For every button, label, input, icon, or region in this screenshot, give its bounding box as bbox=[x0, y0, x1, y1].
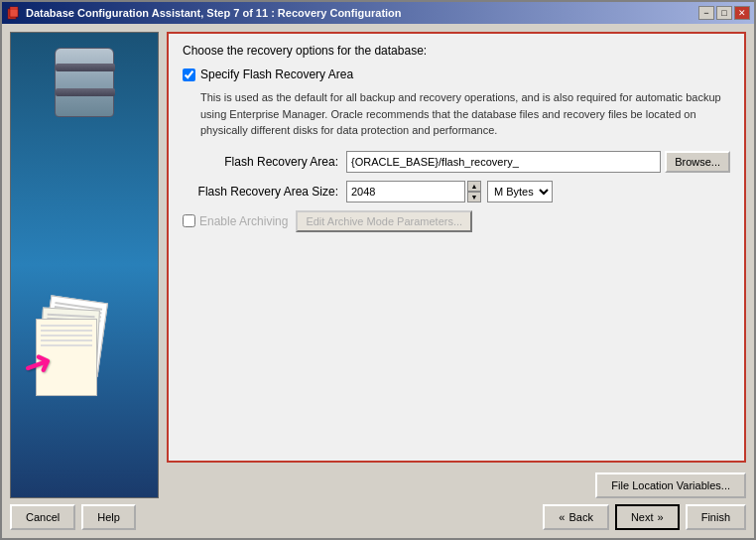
flash-recovery-size-row: Flash Recovery Area Size: ▲ ▼ M Bytes G … bbox=[183, 181, 730, 202]
file-location-variables-button[interactable]: File Location Variables... bbox=[595, 472, 746, 498]
barrel-illustration bbox=[55, 48, 114, 127]
main-area: ➜ Choose the recovery options for the da… bbox=[10, 32, 746, 498]
browse-button[interactable]: Browse... bbox=[665, 151, 730, 173]
next-arrow-icon: » bbox=[658, 511, 664, 523]
specify-flash-row: Specify Flash Recovery Area bbox=[183, 68, 730, 81]
sidebar-art: ➜ bbox=[10, 32, 159, 498]
minimize-button[interactable]: − bbox=[698, 6, 714, 20]
next-label: Next bbox=[631, 511, 654, 523]
archive-checkbox-group: Enable Archiving bbox=[183, 214, 288, 228]
flash-recovery-size-label: Flash Recovery Area Size: bbox=[183, 185, 346, 199]
next-button[interactable]: Next » bbox=[615, 504, 680, 530]
spinner-up[interactable]: ▲ bbox=[467, 181, 481, 192]
flash-recovery-size-input[interactable] bbox=[346, 181, 465, 202]
size-input-group: ▲ ▼ M Bytes G Bytes bbox=[346, 181, 553, 202]
right-panel: Choose the recovery options for the data… bbox=[167, 32, 746, 498]
back-arrow-icon: « bbox=[559, 511, 565, 523]
window-title: Database Configuration Assistant, Step 7… bbox=[26, 7, 698, 19]
spinner-down[interactable]: ▼ bbox=[467, 192, 481, 202]
maximize-button[interactable]: □ bbox=[716, 6, 732, 20]
specify-flash-label[interactable]: Specify Flash Recovery Area bbox=[200, 68, 353, 81]
sidebar-illustration: ➜ bbox=[11, 33, 158, 497]
window-controls: − □ ✕ bbox=[698, 6, 750, 20]
help-button[interactable]: Help bbox=[81, 504, 136, 530]
cancel-button[interactable]: Cancel bbox=[10, 504, 75, 530]
description-text: This is used as the default for all back… bbox=[200, 89, 730, 139]
window-icon bbox=[6, 5, 22, 21]
specify-flash-checkbox[interactable] bbox=[183, 68, 195, 81]
enable-archiving-label[interactable]: Enable Archiving bbox=[199, 214, 288, 228]
documents-stack: ➜ bbox=[21, 289, 140, 448]
flash-recovery-label: Flash Recovery Area: bbox=[183, 155, 346, 169]
svg-rect-2 bbox=[10, 9, 18, 17]
bottom-left-buttons: Cancel Help bbox=[10, 504, 136, 530]
back-button[interactable]: « Back bbox=[543, 504, 609, 530]
flash-recovery-input[interactable] bbox=[346, 151, 661, 173]
config-section-label: Choose the recovery options for the data… bbox=[183, 44, 730, 58]
size-unit-select[interactable]: M Bytes G Bytes bbox=[487, 181, 553, 202]
edit-archive-button: Edit Archive Mode Parameters... bbox=[296, 210, 472, 232]
file-vars-row: File Location Variables... bbox=[167, 472, 746, 498]
back-label: Back bbox=[568, 511, 592, 523]
barrel-ring-2 bbox=[56, 88, 115, 96]
docs-group: ➜ bbox=[21, 289, 140, 448]
finish-button[interactable]: Finish bbox=[686, 504, 746, 530]
flash-recovery-row: Flash Recovery Area: Browse... bbox=[183, 151, 730, 173]
titlebar: Database Configuration Assistant, Step 7… bbox=[2, 2, 754, 24]
main-window: Database Configuration Assistant, Step 7… bbox=[0, 0, 756, 540]
barrel-ring-1 bbox=[56, 64, 115, 71]
close-button[interactable]: ✕ bbox=[734, 6, 750, 20]
bottom-right-buttons: « Back Next » Finish bbox=[543, 504, 746, 530]
bottom-bar: Cancel Help « Back Next » Finish bbox=[10, 498, 746, 530]
archive-row: Enable Archiving Edit Archive Mode Param… bbox=[183, 210, 730, 232]
enable-archiving-checkbox[interactable] bbox=[183, 214, 195, 227]
config-box: Choose the recovery options for the data… bbox=[167, 32, 746, 463]
content-area: ➜ Choose the recovery options for the da… bbox=[2, 24, 754, 538]
barrel-body bbox=[55, 48, 114, 117]
size-spinner: ▲ ▼ bbox=[467, 181, 481, 202]
